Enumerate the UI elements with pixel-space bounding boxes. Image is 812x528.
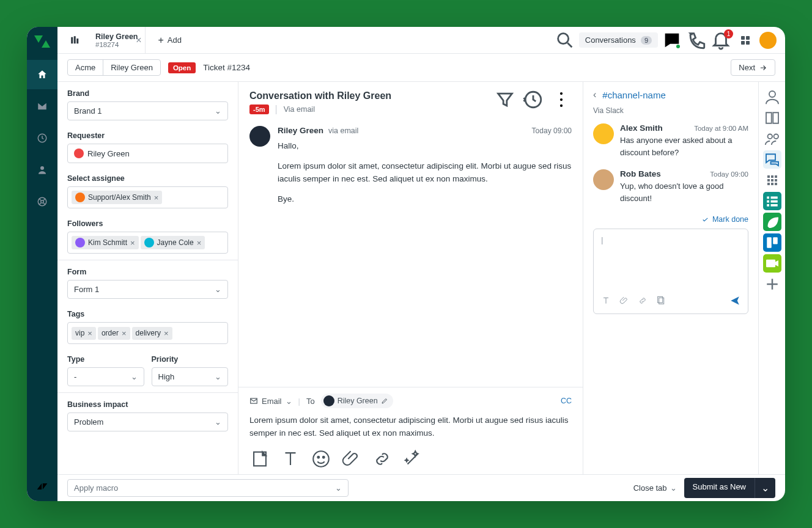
close-icon[interactable]: × xyxy=(130,35,147,46)
edit-icon[interactable] xyxy=(381,397,388,405)
breadcrumb-bar: Acme Riley Green Open Ticket #1234 Next xyxy=(57,54,785,82)
leaf-app-icon[interactable] xyxy=(763,213,781,231)
compose-body[interactable]: Lorem ipsum dolor sit amet, consectetur … xyxy=(249,413,572,445)
send-button[interactable] xyxy=(729,295,740,309)
remove-icon[interactable]: × xyxy=(87,329,92,338)
assignee-input[interactable]: Support/Alex Smith× xyxy=(67,186,228,208)
nav-home[interactable] xyxy=(27,60,57,89)
follower-chip[interactable]: Kim Schmitt× xyxy=(72,236,139,249)
chat-icon[interactable] xyxy=(662,31,682,50)
nav-rail xyxy=(27,27,57,501)
text-format-icon[interactable] xyxy=(601,296,611,308)
crumb-requester[interactable]: Riley Green xyxy=(103,60,160,75)
link-icon[interactable] xyxy=(372,450,393,468)
remove-icon[interactable]: × xyxy=(122,329,127,338)
more-icon[interactable] xyxy=(551,90,572,109)
side-compose-input[interactable]: | xyxy=(594,229,748,290)
filter-icon[interactable] xyxy=(495,90,515,109)
views-icon[interactable] xyxy=(66,32,84,48)
tags-input[interactable]: vip× order× delivery× xyxy=(67,322,228,344)
to-chip[interactable]: Riley Green xyxy=(321,394,393,408)
magic-icon[interactable] xyxy=(402,450,423,468)
list-app-icon[interactable] xyxy=(763,192,781,210)
compose-channel[interactable]: Email⌄ xyxy=(249,397,292,406)
impact-label: Business impact xyxy=(67,400,228,409)
add-button[interactable]: +Add xyxy=(149,35,190,46)
attachment-icon[interactable] xyxy=(341,450,362,468)
compose-area: Email⌄ | To Riley Green CC Lorem ipsum d… xyxy=(238,387,583,474)
form-select[interactable]: Form 1⌄ xyxy=(67,280,228,299)
grid-app-icon[interactable] xyxy=(763,171,781,189)
link-icon[interactable] xyxy=(638,296,648,308)
follower-chip[interactable]: Jayne Cole× xyxy=(141,236,205,249)
followers-input[interactable]: Kim Schmitt× Jayne Cole× xyxy=(67,232,228,254)
conversation-panel: Conversation with Riley Green -5m | Via … xyxy=(238,82,583,474)
assignee-chip[interactable]: Support/Alex Smith× xyxy=(72,191,162,204)
tag-chip[interactable]: delivery× xyxy=(132,327,172,340)
close-tab-button[interactable]: Close tab⌄ xyxy=(633,483,677,493)
note-icon[interactable] xyxy=(249,450,270,468)
submit-dropdown[interactable]: ⌄ xyxy=(755,478,775,498)
nav-clock[interactable] xyxy=(27,123,57,153)
svg-point-13 xyxy=(313,451,329,467)
apps-icon[interactable] xyxy=(735,31,756,50)
remove-icon[interactable]: × xyxy=(154,193,159,202)
followers-label: Followers xyxy=(67,219,228,228)
next-button[interactable]: Next xyxy=(731,59,775,76)
text-format-icon[interactable] xyxy=(280,450,301,468)
svg-point-9 xyxy=(560,98,563,101)
svg-rect-26 xyxy=(770,204,777,207)
svg-rect-29 xyxy=(766,260,775,268)
ticket-tab[interactable]: Riley Green #18274 × xyxy=(88,27,146,54)
attachment-icon[interactable] xyxy=(619,296,629,308)
remove-icon[interactable]: × xyxy=(164,329,169,338)
video-app-icon[interactable] xyxy=(763,254,781,273)
svg-rect-5 xyxy=(74,36,76,43)
mark-done-button[interactable]: Mark done xyxy=(593,215,748,224)
side-compose[interactable]: | xyxy=(593,229,748,314)
topbar: Riley Green #18274 × +Add Conversations9… xyxy=(57,27,785,54)
search-icon[interactable] xyxy=(555,31,575,50)
svg-rect-25 xyxy=(767,204,769,207)
back-icon[interactable]: ‹ xyxy=(593,89,596,100)
nav-person[interactable] xyxy=(27,155,57,185)
macro-select[interactable]: Apply macro⌄ xyxy=(67,479,349,497)
tag-chip[interactable]: order× xyxy=(98,327,130,340)
submit-button[interactable]: Submit as New⌄ xyxy=(684,478,775,498)
notifications-icon[interactable]: 1 xyxy=(711,31,731,50)
svg-rect-23 xyxy=(767,200,769,203)
type-select[interactable]: -⌄ xyxy=(67,367,144,386)
svg-point-10 xyxy=(560,105,563,107)
channel-link[interactable]: #channel-name xyxy=(602,90,665,100)
remove-icon[interactable]: × xyxy=(197,238,202,248)
side-author: Rob Bates xyxy=(620,169,661,178)
trello-app-icon[interactable] xyxy=(763,233,781,252)
svg-point-18 xyxy=(769,91,775,97)
user-avatar[interactable] xyxy=(759,32,777,49)
requester-input[interactable]: Riley Green xyxy=(67,144,228,163)
phone-icon[interactable] xyxy=(686,31,707,50)
remove-icon[interactable]: × xyxy=(130,238,135,248)
brand-select[interactable]: Brand 1⌄ xyxy=(67,101,228,120)
history-icon[interactable] xyxy=(523,90,544,109)
clipboard-icon[interactable] xyxy=(656,296,666,308)
emoji-icon[interactable] xyxy=(311,450,331,468)
breadcrumb: Acme Riley Green xyxy=(67,59,161,76)
side-text: Has anyone ever asked about a discount b… xyxy=(620,134,748,158)
cc-button[interactable]: CC xyxy=(561,397,572,405)
user-app-icon[interactable] xyxy=(763,88,781,106)
crumb-org[interactable]: Acme xyxy=(68,60,103,75)
priority-select[interactable]: High⌄ xyxy=(152,367,229,386)
impact-select[interactable]: Problem⌄ xyxy=(67,413,228,431)
tag-chip[interactable]: vip× xyxy=(72,327,96,340)
add-app-icon[interactable] xyxy=(763,275,781,293)
knowledge-app-icon[interactable] xyxy=(763,109,781,127)
conversation-app-icon[interactable] xyxy=(763,150,781,169)
svg-point-19 xyxy=(767,134,772,139)
properties-panel: Brand Brand 1⌄ Requester Riley Green Sel… xyxy=(57,82,238,474)
nav-help[interactable] xyxy=(27,187,57,216)
conversations-button[interactable]: Conversations9 xyxy=(579,32,658,48)
svg-rect-28 xyxy=(773,237,778,244)
nav-mail[interactable] xyxy=(27,92,57,121)
contacts-app-icon[interactable] xyxy=(763,130,781,148)
